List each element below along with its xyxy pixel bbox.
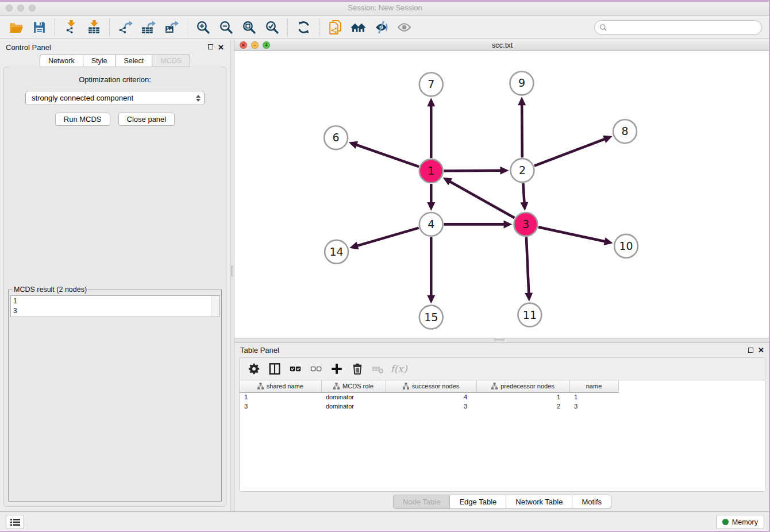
edge-4-15[interactable] [427,237,435,304]
node-8[interactable]: 8 [613,119,637,143]
table-panel-close-button[interactable]: ✕ [758,346,764,354]
node-15[interactable]: 15 [419,306,443,329]
node-14[interactable]: 14 [325,240,348,264]
column-layout-button[interactable] [265,360,284,377]
edge-2-3[interactable] [520,183,528,211]
show-graphics-details-button[interactable] [394,18,414,37]
run-mcds-button[interactable]: Run MCDS [55,113,110,126]
edge-1-4[interactable] [427,184,435,211]
table-cell[interactable]: 1 [240,392,321,402]
tab-select[interactable]: Select [116,55,152,67]
import-table-button[interactable] [83,18,104,37]
vertical-splitter-grip[interactable] [231,266,233,276]
table-cell[interactable]: 2 [476,402,569,411]
deselect-all-columns-button[interactable] [306,360,326,377]
tab-node-table[interactable]: Node Table [393,495,450,509]
control-panel-close-button[interactable]: ✕ [218,44,224,51]
search-field[interactable] [594,20,762,35]
column-header-predecessor-nodes[interactable]: predecessor nodes [476,380,569,392]
table-cell[interactable]: 3 [569,402,618,411]
tab-network-table[interactable]: Network Table [506,495,572,509]
network-graph[interactable]: 7968124314101511 [234,51,770,338]
import-network-button[interactable] [60,18,81,37]
function-builder-button[interactable]: f(x) [389,360,409,377]
save-session-button[interactable] [29,18,49,37]
edge-3-1[interactable] [443,178,515,218]
export-table-icon [141,20,156,34]
delete-row-button[interactable] [348,360,367,377]
tab-mcds[interactable]: MCDS [152,55,190,67]
node-2[interactable]: 2 [510,159,534,182]
refresh-button[interactable] [293,18,314,37]
node-11[interactable]: 11 [518,303,541,327]
fit-content-button[interactable] [238,18,259,37]
tab-style[interactable]: Style [83,55,116,67]
edge-1-6[interactable] [349,141,419,167]
column-header-MCDS-role[interactable]: MCDS role [321,380,386,392]
node-7[interactable]: 7 [419,72,443,96]
hide-graphics-details-button[interactable] [371,18,391,37]
edge-2-9[interactable] [518,97,526,157]
mcds-result-scrollbar[interactable] [211,296,219,317]
table-row[interactable]: 3dominator323 [240,402,618,411]
node-4[interactable]: 4 [419,213,443,236]
node-10[interactable]: 10 [614,234,638,258]
network-close-button[interactable]: × [240,41,247,49]
edge-1-7[interactable] [427,98,435,158]
tab-edge-table[interactable]: Edge Table [449,495,506,509]
home-button[interactable] [348,18,368,37]
save-session-icon [32,20,47,34]
zoom-out-button[interactable] [215,18,236,37]
export-table-button[interactable] [138,18,159,37]
duplicate-network-button[interactable] [325,18,345,37]
table-panel-float-button[interactable] [748,347,753,354]
edge-1-2[interactable] [444,167,509,175]
table-cell[interactable]: 4 [386,392,476,402]
table-cell[interactable]: 3 [386,402,476,411]
horizontal-splitter-grip[interactable] [494,339,505,341]
tab-motifs[interactable]: Motifs [572,495,611,509]
tab-network[interactable]: Network [40,55,83,67]
toolbar-group [115,18,182,37]
memory-button[interactable]: Memory [716,515,764,529]
horizontal-splitter[interactable] [234,338,770,343]
node-6[interactable]: 6 [324,126,348,149]
edge-4-3[interactable] [444,220,513,228]
select-all-columns-button[interactable] [286,360,305,377]
task-history-button[interactable] [6,515,24,529]
edge-4-14[interactable] [349,228,419,250]
node-3[interactable]: 3 [514,213,537,236]
edge-2-8[interactable] [534,136,613,166]
table-cell[interactable]: dominator [321,402,386,411]
table-cell[interactable]: 3 [240,402,321,411]
table-cell[interactable]: dominator [321,392,386,402]
zoom-selected-button[interactable] [261,18,282,37]
open-file-button[interactable] [6,18,26,37]
column-header-shared-name[interactable]: shared name [240,380,321,392]
node-label: 15 [424,311,438,323]
export-network-button[interactable] [115,18,136,37]
add-row-button[interactable] [327,360,346,377]
close-panel-button[interactable]: Close panel [118,113,175,126]
zoom-in-button[interactable] [192,18,213,37]
column-header-successor-nodes[interactable]: successor nodes [386,380,476,392]
delete-table-button[interactable] [368,360,388,377]
control-panel-float-button[interactable] [208,44,213,51]
node-9[interactable]: 9 [510,71,533,95]
settings-button[interactable] [244,360,264,377]
optimization-criterion-select[interactable]: strongly connected component [25,91,205,105]
table-cell[interactable]: 1 [569,392,618,402]
node-1[interactable]: 1 [419,159,443,183]
vertical-splitter[interactable] [230,40,234,511]
table-cell[interactable]: 1 [476,392,569,402]
mcds-result-box[interactable]: 1 3 [10,295,220,317]
search-input[interactable] [611,22,757,33]
edge-3-11[interactable] [525,237,533,302]
network-minimize-button[interactable]: − [251,41,259,49]
edge-3-10[interactable] [538,227,613,245]
column-header-name[interactable]: name [569,380,618,392]
network-maximize-button[interactable]: + [263,41,270,49]
export-image-button[interactable] [161,18,182,37]
table-row[interactable]: 1dominator411 [240,392,618,402]
network-canvas[interactable]: 7968124314101511 [234,51,770,338]
